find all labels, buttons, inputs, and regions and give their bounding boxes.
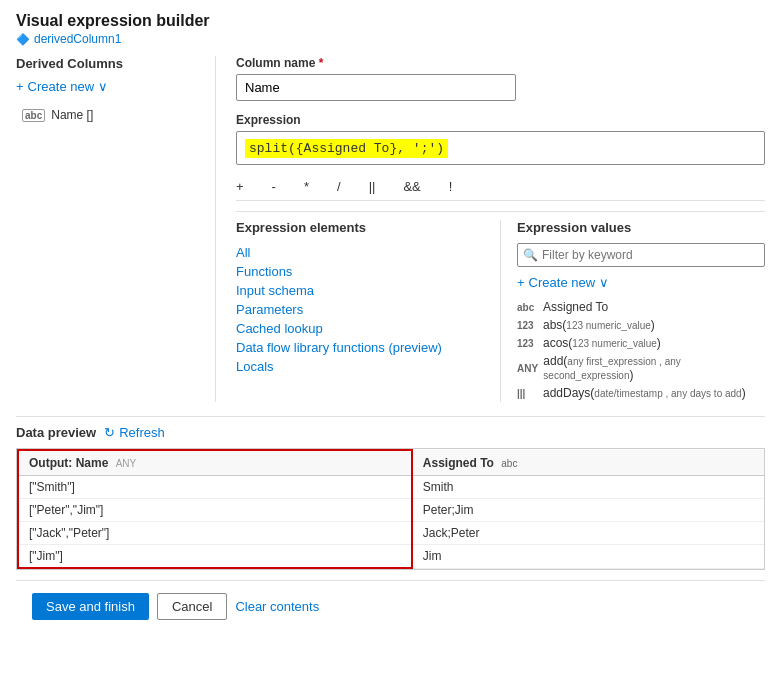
cell-output-1: ["Peter","Jim"] bbox=[18, 499, 412, 522]
expression-panels: Expression elements All Functions Input … bbox=[236, 211, 765, 402]
refresh-button[interactable]: ↻ Refresh bbox=[104, 425, 165, 440]
type-123-badge-abs: 123 bbox=[517, 320, 537, 331]
operator-or[interactable]: || bbox=[369, 179, 376, 194]
column-name-input[interactable] bbox=[236, 74, 516, 101]
chevron-down-values-icon: ∨ bbox=[599, 275, 609, 290]
required-star: * bbox=[315, 56, 323, 70]
cell-assigned-1: Peter;Jim bbox=[412, 499, 764, 522]
search-icon: 🔍 bbox=[523, 248, 538, 262]
subtitle: 🔷 derivedColumn1 bbox=[16, 32, 765, 46]
plus-icon: + bbox=[16, 79, 24, 94]
elements-link-input-schema[interactable]: Input schema bbox=[236, 281, 484, 300]
filter-wrap: 🔍 bbox=[517, 243, 765, 267]
main-layout: Derived Columns + Create new ∨ abc Name … bbox=[16, 56, 765, 402]
expression-values-panel: Expression values 🔍 + Create new ∨ abc A… bbox=[501, 220, 765, 402]
operator-divide[interactable]: / bbox=[337, 179, 341, 194]
value-label-acos: acos(123 numeric_value) bbox=[543, 336, 661, 350]
cancel-button[interactable]: Cancel bbox=[157, 593, 227, 620]
type-badge-abc: abc bbox=[22, 109, 45, 122]
refresh-icon: ↻ bbox=[104, 425, 115, 440]
page-title: Visual expression builder bbox=[16, 12, 765, 30]
expression-elements-panel: Expression elements All Functions Input … bbox=[236, 220, 501, 402]
preview-table-container: Output: Name ANY Assigned To abc ["Smith… bbox=[16, 448, 765, 570]
table-row: ["Smith"] Smith bbox=[18, 476, 764, 499]
operator-multiply[interactable]: * bbox=[304, 179, 309, 194]
preview-table: Output: Name ANY Assigned To abc ["Smith… bbox=[17, 449, 764, 569]
elements-link-locals[interactable]: Locals bbox=[236, 357, 484, 376]
table-row: ["Jack","Peter"] Jack;Peter bbox=[18, 522, 764, 545]
plus-icon-values: + bbox=[517, 275, 525, 290]
col-assigned-to-badge: abc bbox=[501, 458, 517, 469]
filter-input[interactable] bbox=[517, 243, 765, 267]
save-finish-button[interactable]: Save and finish bbox=[32, 593, 149, 620]
column-name-label: Column name * bbox=[236, 56, 765, 70]
subtitle-text: derivedColumn1 bbox=[34, 32, 121, 46]
value-item-abs[interactable]: 123 abs(123 numeric_value) bbox=[517, 316, 765, 334]
table-header-row: Output: Name ANY Assigned To abc bbox=[18, 450, 764, 476]
create-new-button[interactable]: + Create new ∨ bbox=[16, 77, 207, 96]
col-header-output: Output: Name ANY bbox=[18, 450, 412, 476]
cell-assigned-3: Jim bbox=[412, 545, 764, 569]
type-abc-badge: abc bbox=[517, 302, 537, 313]
elements-link-library[interactable]: Data flow library functions (preview) bbox=[236, 338, 484, 357]
data-preview-section: Data preview ↻ Refresh Output: Name ANY … bbox=[16, 416, 765, 570]
action-bar: Save and finish Cancel Clear contents bbox=[16, 580, 765, 632]
col-header-assigned-to: Assigned To abc bbox=[412, 450, 764, 476]
table-row: ["Jim"] Jim bbox=[18, 545, 764, 569]
operator-bar: + - * / || && ! bbox=[236, 173, 765, 201]
cell-output-3: ["Jim"] bbox=[18, 545, 412, 569]
sidebar-item-name[interactable]: abc Name [] bbox=[16, 104, 207, 126]
cell-assigned-2: Jack;Peter bbox=[412, 522, 764, 545]
operator-plus[interactable]: + bbox=[236, 179, 244, 194]
app-container: Visual expression builder 🔷 derivedColum… bbox=[0, 0, 781, 644]
table-row: ["Peter","Jim"] Peter;Jim bbox=[18, 499, 764, 522]
create-new-values-button[interactable]: + Create new ∨ bbox=[517, 275, 765, 290]
operator-not[interactable]: ! bbox=[449, 179, 453, 194]
derived-column-icon: 🔷 bbox=[16, 33, 30, 46]
elements-link-all[interactable]: All bbox=[236, 243, 484, 262]
expression-elements-title: Expression elements bbox=[236, 220, 484, 235]
elements-link-parameters[interactable]: Parameters bbox=[236, 300, 484, 319]
type-any-badge-add: ANY bbox=[517, 363, 537, 374]
cell-assigned-0: Smith bbox=[412, 476, 764, 499]
operator-and[interactable]: && bbox=[403, 179, 420, 194]
expression-box[interactable]: split({Assigned To}, ';') bbox=[236, 131, 765, 165]
preview-header: Data preview ↻ Refresh bbox=[16, 425, 765, 440]
value-item-acos[interactable]: 123 acos(123 numeric_value) bbox=[517, 334, 765, 352]
col-output-label: Output: Name bbox=[29, 456, 108, 470]
sidebar-title: Derived Columns bbox=[16, 56, 207, 71]
value-item-add[interactable]: ANY add(any first_expression , any secon… bbox=[517, 352, 765, 384]
expression-values-title: Expression values bbox=[517, 220, 765, 235]
sidebar-item-label: Name [] bbox=[51, 108, 93, 122]
value-label-assigned-to: Assigned To bbox=[543, 300, 608, 314]
create-new-values-label: Create new bbox=[529, 275, 595, 290]
type-123-badge-acos: 123 bbox=[517, 338, 537, 349]
type-date-badge-adddays: ||| bbox=[517, 388, 537, 399]
col-assigned-to-label: Assigned To bbox=[423, 456, 494, 470]
clear-contents-button[interactable]: Clear contents bbox=[235, 599, 319, 614]
sidebar: Derived Columns + Create new ∨ abc Name … bbox=[16, 56, 216, 402]
col-output-badge: ANY bbox=[116, 458, 137, 469]
expression-label: Expression bbox=[236, 113, 765, 127]
elements-link-functions[interactable]: Functions bbox=[236, 262, 484, 281]
refresh-label: Refresh bbox=[119, 425, 165, 440]
value-item-adddays[interactable]: ||| addDays(date/timestamp , any days to… bbox=[517, 384, 765, 402]
value-label-add: add(any first_expression , any second_ex… bbox=[543, 354, 765, 382]
value-label-abs: abs(123 numeric_value) bbox=[543, 318, 655, 332]
cell-output-0: ["Smith"] bbox=[18, 476, 412, 499]
create-new-label: Create new bbox=[28, 79, 94, 94]
operator-minus[interactable]: - bbox=[272, 179, 276, 194]
cell-output-2: ["Jack","Peter"] bbox=[18, 522, 412, 545]
expression-text: split({Assigned To}, ';') bbox=[245, 139, 448, 158]
chevron-down-icon: ∨ bbox=[98, 79, 108, 94]
value-item-assigned-to[interactable]: abc Assigned To bbox=[517, 298, 765, 316]
elements-link-cached-lookup[interactable]: Cached lookup bbox=[236, 319, 484, 338]
preview-title: Data preview bbox=[16, 425, 96, 440]
value-label-adddays: addDays(date/timestamp , any days to add… bbox=[543, 386, 746, 400]
content-area: Column name * Expression split({Assigned… bbox=[216, 56, 765, 402]
